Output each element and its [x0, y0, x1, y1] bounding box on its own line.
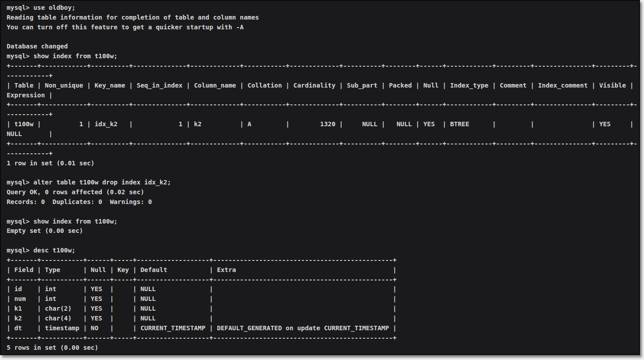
terminal-window[interactable]: mysql> use oldboy; Reading table informa… [0, 0, 640, 355]
terminal-output: mysql> use oldboy; Reading table informa… [1, 1, 638, 352]
